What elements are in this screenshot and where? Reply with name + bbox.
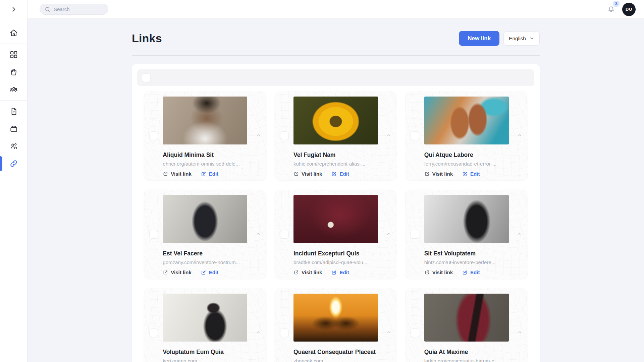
collapse-card-button[interactable] [516,230,524,239]
edit-icon [462,270,468,275]
collapse-card-button[interactable] [516,131,524,140]
link-thumbnail [424,97,509,144]
link-card: Vel Fugiat Nam kuhic.com/reprehenderit-a… [275,91,397,180]
link-card: Est Vel Facere gorczany.com/inventore-no… [144,190,266,279]
edit-link[interactable]: Edit [331,269,349,275]
link-url: hintz.com/ut-inventore-perfere... [424,259,509,265]
select-all-checkbox[interactable] [142,73,151,82]
link-url: kertzmann.com [163,358,247,362]
edit-icon [201,171,206,177]
users-group-icon [9,85,18,94]
external-link-icon [163,171,168,177]
archive-icon [9,124,18,133]
link-url: bradtke.com/adipisci-quae-volu... [293,259,378,265]
shopping-bag-icon [9,68,18,76]
sidebar [0,0,28,362]
sidebar-item-shop[interactable] [0,63,27,81]
new-link-button[interactable]: New link [459,31,499,46]
link-title: Aliquid Minima Sit [163,152,247,159]
card-checkbox[interactable] [280,230,289,239]
collapse-card-button[interactable] [254,131,262,140]
link-title: Quia At Maxime [424,349,509,356]
chevron-up-icon [256,330,261,335]
sidebar-item-home[interactable] [0,24,27,42]
external-link-icon [424,270,430,275]
edit-icon [201,270,206,275]
collapse-card-button[interactable] [385,131,393,140]
card-checkbox[interactable] [149,328,158,337]
edit-link[interactable]: Edit [201,269,218,275]
notification-count-badge: 8 [613,1,620,7]
sidebar-item-links[interactable] [0,155,27,172]
edit-icon [462,171,468,177]
sidebar-expand-button[interactable] [0,0,27,19]
sidebar-item-documents[interactable] [0,103,27,120]
collapse-card-button[interactable] [516,328,524,338]
visit-link[interactable]: Visit link [424,269,453,275]
collapse-card-button[interactable] [385,328,393,338]
link-thumbnail [163,97,247,144]
visit-link[interactable]: Visit link [163,269,191,275]
chevron-up-icon [386,133,391,138]
visit-link[interactable]: Visit link [424,171,453,177]
chevron-up-icon [386,231,391,237]
card-checkbox[interactable] [411,328,419,337]
edit-link[interactable]: Edit [462,171,480,177]
home-icon [9,28,18,37]
collapse-card-button[interactable] [254,230,262,239]
link-card: Qui Atque Labore ferry.com/recusandae-et… [405,91,528,180]
chevron-up-icon [517,231,522,237]
edit-link[interactable]: Edit [462,269,480,275]
link-url: larkin.org/consequatur-harum-e... [424,358,509,362]
visit-link[interactable]: Visit link [163,171,191,177]
link-card: Voluptatum Eum Quia kertzmann.com Visit … [144,288,266,362]
sidebar-item-team[interactable] [0,81,27,98]
sidebar-nav [0,19,27,172]
link-url: ehner.org/autem-omnis-sed-dele... [163,161,247,167]
link-thumbnail [424,195,509,243]
link-thumbnail [293,195,378,243]
edit-link[interactable]: Edit [331,171,349,177]
link-thumbnail [293,294,378,342]
chevron-right-icon [10,6,17,13]
card-checkbox[interactable] [411,131,419,140]
avatar[interactable]: DU [622,3,636,16]
edit-link[interactable]: Edit [201,171,218,177]
link-card: Sit Est Voluptatem hintz.com/ut-inventor… [405,190,528,279]
chevron-up-icon [386,330,391,335]
sidebar-item-customers[interactable] [0,137,27,155]
search-input[interactable] [54,6,101,12]
collapse-card-button[interactable] [385,230,393,239]
visit-link[interactable]: Visit link [293,269,322,275]
link-url: zboncak.com [293,358,378,362]
search-bar [40,4,108,15]
header-divider [132,55,540,56]
link-thumbnail [424,294,509,342]
sidebar-item-archive[interactable] [0,120,27,137]
two-users-icon [9,142,18,150]
card-checkbox[interactable] [149,230,158,239]
sidebar-divider [0,44,27,44]
link-title: Est Vel Facere [163,250,247,257]
chevron-down-icon [529,36,534,41]
card-checkbox[interactable] [149,131,158,140]
notifications-button[interactable]: 8 [607,4,615,14]
search-icon [45,6,51,12]
link-card: Aliquid Minima Sit ehner.org/autem-omnis… [144,91,266,180]
chevron-up-icon [517,133,522,138]
file-text-icon [9,107,18,116]
card-checkbox[interactable] [280,328,289,337]
sidebar-item-dashboard[interactable] [0,46,27,63]
edit-icon [331,171,337,177]
page-header: Links New link English [132,19,540,46]
language-dropdown[interactable]: English [503,32,540,46]
link-title: Incidunt Excepturi Quis [293,250,378,257]
card-checkbox[interactable] [411,230,419,239]
chevron-up-icon [256,133,261,138]
link-title: Vel Fugiat Nam [293,152,378,159]
chevron-up-icon [256,231,261,237]
card-checkbox[interactable] [280,131,289,140]
collapse-card-button[interactable] [254,328,262,338]
link-url: ferry.com/recusandae-et-error-... [424,161,509,167]
visit-link[interactable]: Visit link [293,171,322,177]
